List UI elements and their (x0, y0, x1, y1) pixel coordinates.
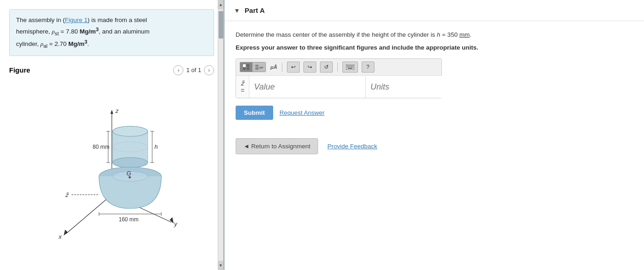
svg-point-29 (128, 176, 131, 178)
keyboard-button[interactable] (342, 62, 358, 73)
scrollbar[interactable]: ▲ ▼ (218, 0, 223, 270)
svg-text:160 mm: 160 mm (119, 216, 138, 223)
next-figure-button[interactable]: › (204, 65, 214, 75)
right-panel: ▼ Part A Determine the mass center of th… (225, 0, 644, 270)
svg-text:x: x (58, 233, 62, 240)
svg-rect-39 (255, 65, 259, 67)
prev-figure-button[interactable]: ‹ (173, 65, 183, 75)
units-input[interactable] (366, 76, 482, 98)
svg-rect-52 (351, 67, 352, 68)
mu-angstrom-label: μÅ (270, 64, 277, 70)
redo-button[interactable]: ↪ (303, 62, 316, 73)
problem-text: The assembly in (Figure 1) is made from … (16, 17, 149, 47)
matrix-btn-1[interactable] (240, 62, 253, 72)
svg-rect-45 (348, 65, 349, 66)
svg-point-16 (113, 126, 148, 136)
svg-marker-1 (110, 110, 113, 114)
svg-rect-35 (243, 64, 246, 67)
question-text: Determine the mass center of the assembl… (236, 30, 633, 39)
action-row: Submit Request Answer (236, 106, 633, 120)
svg-point-17 (113, 158, 148, 168)
left-panel: The assembly in (Figure 1) is made from … (0, 0, 225, 270)
part-title: Part A (245, 6, 265, 14)
part-header: ▼ Part A (225, 0, 644, 21)
svg-marker-4 (170, 217, 174, 224)
scroll-down[interactable]: ▼ (218, 261, 223, 270)
value-input[interactable] (249, 76, 366, 98)
svg-rect-48 (352, 65, 353, 66)
svg-text:G: G (127, 170, 131, 177)
matrix-btn-2[interactable]: μÅ (253, 62, 265, 72)
svg-text:y: y (174, 220, 178, 227)
figure-link[interactable]: Figure 1 (65, 17, 88, 23)
figure-area: z y x z̄ (0, 78, 223, 270)
toolbar-sep-1 (282, 62, 282, 72)
reset-button[interactable]: ↺ (320, 62, 333, 73)
part-toggle-icon[interactable]: ▼ (234, 7, 240, 14)
svg-text:z: z (115, 107, 119, 114)
svg-text:h: h (154, 143, 158, 150)
problem-text-box: The assembly in (Figure 1) is made from … (9, 9, 214, 56)
svg-text:μÅ: μÅ (259, 65, 263, 69)
bottom-row: ◄ Return to Assignment Provide Feedback (236, 134, 633, 154)
svg-rect-37 (243, 68, 246, 70)
return-to-assignment-button[interactable]: ◄ Return to Assignment (236, 138, 318, 154)
answer-box: μÅ μÅ ↩ ↪ ↺ (236, 58, 442, 98)
svg-rect-36 (247, 64, 249, 67)
figure-svg: z y x z̄ (39, 103, 185, 245)
svg-rect-41 (255, 68, 259, 70)
request-answer-button[interactable]: Request Answer (280, 109, 325, 116)
svg-rect-47 (351, 65, 352, 66)
svg-text:80 mm: 80 mm (93, 144, 110, 150)
part-content: Determine the mass center of the assembl… (225, 21, 644, 270)
answer-toolbar: μÅ μÅ ↩ ↪ ↺ (236, 59, 441, 76)
figure-count: 1 of 1 (186, 67, 201, 73)
svg-rect-51 (350, 67, 351, 68)
svg-rect-38 (247, 68, 249, 70)
submit-button[interactable]: Submit (236, 106, 273, 120)
answer-input-row: z̄ = (236, 76, 441, 98)
svg-rect-50 (348, 67, 349, 68)
scroll-thumb[interactable] (219, 11, 223, 39)
svg-rect-54 (348, 68, 352, 69)
z-bar-label: z̄ = (236, 76, 249, 98)
toolbar-sep-2 (337, 62, 338, 72)
scroll-up[interactable]: ▲ (218, 0, 223, 9)
svg-rect-53 (352, 67, 353, 68)
provide-feedback-button[interactable]: Provide Feedback (327, 143, 377, 150)
figure-header: Figure ‹ 1 of 1 › (0, 61, 223, 78)
svg-rect-46 (350, 65, 351, 66)
help-button[interactable]: ? (362, 62, 374, 73)
matrix-btn-group: μÅ (240, 62, 266, 72)
instruction-text: Express your answer to three significant… (236, 44, 633, 51)
svg-rect-44 (347, 65, 348, 66)
svg-text:z̄: z̄ (65, 191, 69, 198)
figure-nav: ‹ 1 of 1 › (173, 65, 214, 75)
svg-rect-49 (347, 67, 348, 68)
figure-label: Figure (9, 66, 30, 74)
svg-marker-7 (64, 230, 68, 236)
undo-button[interactable]: ↩ (287, 62, 300, 73)
